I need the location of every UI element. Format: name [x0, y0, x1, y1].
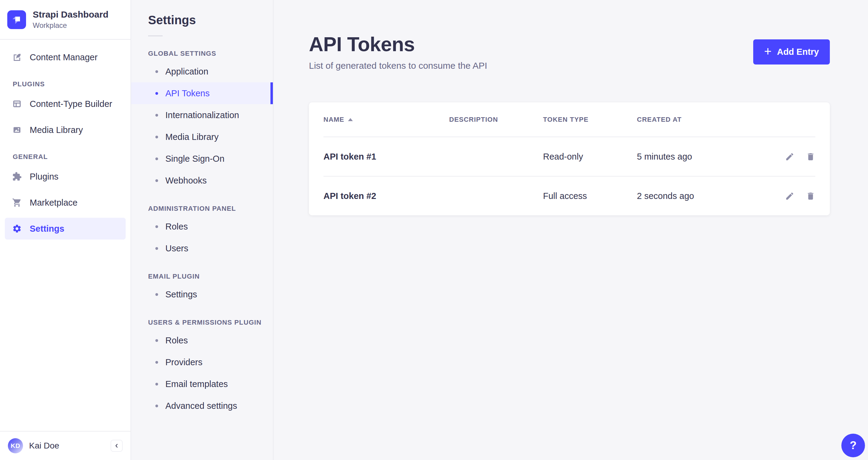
gear-icon — [12, 224, 22, 234]
add-entry-button[interactable]: + Add Entry — [753, 39, 830, 64]
subnav-item-api-tokens[interactable]: API Tokens — [131, 82, 273, 104]
edit-button[interactable] — [785, 152, 795, 161]
sidebar-item-content-manager[interactable]: Content Manager — [5, 46, 126, 68]
sidebar-item-plugins[interactable]: Plugins — [5, 166, 126, 187]
bullet-icon — [155, 92, 158, 95]
cell-name: API token #1 — [323, 152, 449, 162]
subnav-item-users[interactable]: Users — [131, 238, 273, 259]
column-header-label: DESCRIPTION — [449, 116, 498, 124]
page-header: API Tokens List of generated tokens to c… — [309, 33, 830, 71]
add-entry-label: Add Entry — [777, 47, 819, 57]
trash-icon — [806, 191, 815, 201]
cell-created-at: 2 seconds ago — [637, 191, 776, 201]
bullet-icon — [155, 136, 158, 139]
subnav-item-advanced-settings[interactable]: Advanced settings — [131, 395, 273, 417]
subnav-item-label: Application — [165, 67, 208, 76]
collapse-sidebar-button[interactable] — [111, 440, 123, 452]
subnav-item-label: Providers — [165, 357, 203, 367]
sidebar-footer: KD Kai Doe — [0, 431, 130, 460]
delete-button[interactable] — [806, 152, 815, 161]
sidebar-nav: Content Manager PLUGINS Content-Type Bui… — [0, 40, 130, 431]
subnav-item-webhooks[interactable]: Webhooks — [131, 170, 273, 191]
subnav-item-application[interactable]: Application — [131, 61, 273, 82]
bullet-icon — [155, 339, 158, 342]
settings-subnav: Settings GLOBAL SETTINGS Application API… — [131, 0, 274, 460]
main-content: API Tokens List of generated tokens to c… — [274, 0, 868, 460]
subnav-item-label: Advanced settings — [165, 401, 237, 411]
subnav-divider — [148, 35, 163, 36]
help-button[interactable]: ? — [841, 434, 865, 457]
bullet-icon — [155, 405, 158, 407]
column-header-label: CREATED AT — [637, 116, 682, 124]
subnav-item-internationalization[interactable]: Internationalization — [131, 104, 273, 126]
delete-button[interactable] — [806, 191, 815, 201]
workspace-switcher[interactable]: Strapi Dashboard Workplace — [0, 0, 130, 40]
cell-created-at: 5 minutes ago — [637, 152, 776, 162]
user-name[interactable]: Kai Doe — [29, 441, 59, 451]
layout-grid-icon — [12, 99, 22, 109]
puzzle-icon — [12, 172, 22, 181]
subnav-item-label: Single Sign-On — [165, 154, 224, 164]
subnav-item-providers[interactable]: Providers — [131, 351, 273, 373]
bullet-icon — [155, 247, 158, 250]
sidebar-item-label: Plugins — [30, 172, 58, 182]
subnav-section-global-settings: GLOBAL SETTINGS — [131, 50, 273, 58]
page-subtitle: List of generated tokens to consume the … — [309, 61, 487, 71]
subnav-item-label: API Tokens — [165, 88, 210, 98]
sidebar-item-settings[interactable]: Settings — [5, 218, 126, 240]
subnav-item-media-library[interactable]: Media Library — [131, 126, 273, 148]
page-title: API Tokens — [309, 33, 487, 56]
sidebar-item-content-type-builder[interactable]: Content-Type Builder — [5, 93, 126, 115]
strapi-logo-icon — [7, 10, 26, 29]
subnav-item-label: Users — [165, 243, 188, 253]
bullet-icon — [155, 383, 158, 386]
user-avatar[interactable]: KD — [8, 438, 23, 453]
pencil-icon — [785, 152, 795, 161]
sidebar-item-label: Content-Type Builder — [30, 99, 112, 109]
subnav-item-label: Webhooks — [165, 176, 207, 186]
sidebar-item-label: Settings — [30, 224, 64, 234]
column-header-name[interactable]: NAME — [323, 116, 449, 124]
subnav-item-email-templates[interactable]: Email templates — [131, 373, 273, 395]
feather-pen-icon — [12, 52, 22, 62]
subnav-item-label: Media Library — [165, 132, 219, 142]
sidebar-item-label: Media Library — [30, 125, 83, 135]
bullet-icon — [155, 157, 158, 160]
bullet-icon — [155, 293, 158, 296]
sidebar-item-label: Content Manager — [30, 52, 97, 62]
subnav-item-up-roles[interactable]: Roles — [131, 330, 273, 351]
api-tokens-table: NAME DESCRIPTION TOKEN TYPE CREATED AT A… — [309, 102, 830, 215]
sidebar-section-general: GENERAL — [5, 153, 126, 161]
chevron-left-icon — [114, 443, 120, 449]
brand-title: Strapi Dashboard — [33, 9, 108, 20]
bullet-icon — [155, 179, 158, 182]
subnav-item-single-sign-on[interactable]: Single Sign-On — [131, 148, 273, 170]
sidebar-section-plugins: PLUGINS — [5, 80, 126, 88]
cell-actions — [776, 152, 815, 161]
table-row[interactable]: API token #2 Full access 2 seconds ago — [323, 176, 815, 215]
cell-token-type: Read-only — [543, 152, 637, 162]
column-header-label: TOKEN TYPE — [543, 116, 588, 124]
sort-ascending-icon — [348, 118, 353, 121]
edit-button[interactable] — [785, 191, 795, 201]
column-header-label: NAME — [323, 116, 344, 124]
bullet-icon — [155, 114, 158, 117]
bullet-icon — [155, 70, 158, 73]
table-row[interactable]: API token #1 Read-only 5 minutes ago — [323, 136, 815, 176]
bullet-icon — [155, 225, 158, 228]
brand-workspace: Workplace — [33, 21, 108, 30]
sidebar-item-label: Marketplace — [30, 198, 78, 208]
subnav-section-email-plugin: EMAIL PLUGIN — [131, 273, 273, 280]
column-header-description: DESCRIPTION — [449, 116, 543, 124]
subnav-section-users-permissions-plugin: USERS & PERMISSIONS PLUGIN — [131, 318, 273, 327]
subnav-item-email-settings[interactable]: Settings — [131, 283, 273, 305]
sidebar-item-media-library[interactable]: Media Library — [5, 119, 126, 141]
cell-name: API token #2 — [323, 191, 449, 201]
subnav-item-label: Email templates — [165, 379, 228, 389]
sidebar-item-marketplace[interactable]: Marketplace — [5, 192, 126, 214]
shopping-cart-icon — [12, 198, 22, 208]
subnav-item-label: Internationalization — [165, 110, 239, 120]
active-indicator — [271, 82, 273, 104]
subnav-item-label: Roles — [165, 222, 188, 232]
subnav-item-roles[interactable]: Roles — [131, 216, 273, 238]
